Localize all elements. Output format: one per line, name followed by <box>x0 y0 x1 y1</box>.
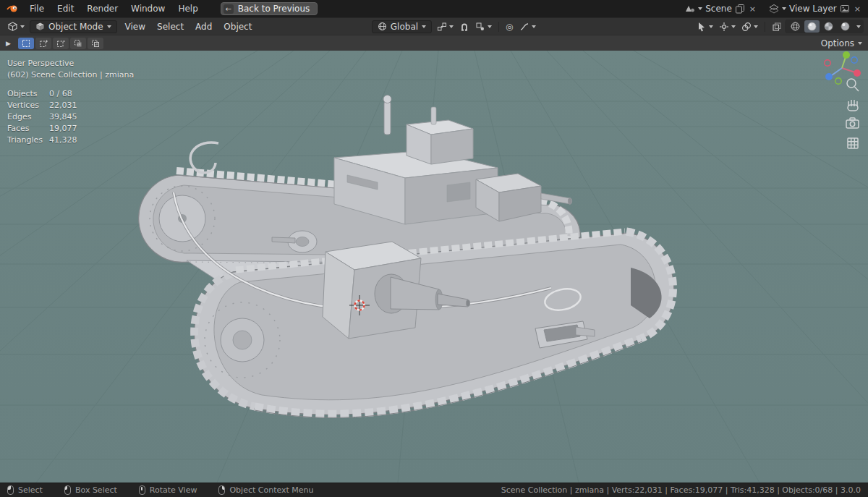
axis-y-handle[interactable] <box>843 51 850 59</box>
scene-name[interactable]: Scene <box>705 4 732 14</box>
select-mode-invert-button[interactable] <box>70 38 86 49</box>
view-layer-name[interactable]: View Layer <box>789 4 837 14</box>
hint-label: Object Context Menu <box>229 485 313 495</box>
object-visibility-dropdown[interactable] <box>694 20 716 33</box>
shading-wireframe-button[interactable] <box>788 20 803 33</box>
navigation-gizmo[interactable] <box>825 51 861 84</box>
editor-type-button[interactable] <box>4 20 27 33</box>
shading-rendered-button[interactable] <box>838 20 853 33</box>
new-scene-icon[interactable] <box>735 4 745 14</box>
stat-label: Edges <box>7 111 49 123</box>
blender-logo-icon[interactable] <box>6 3 20 14</box>
scene-icon[interactable] <box>685 4 695 14</box>
select-mode-intersect-button[interactable] <box>88 38 103 49</box>
select-mode-new-button[interactable] <box>18 38 34 49</box>
axis-z-handle[interactable] <box>825 73 833 80</box>
menu-view[interactable]: View <box>119 22 151 32</box>
tank-turret <box>407 107 473 164</box>
menu-add[interactable]: Add <box>190 22 218 32</box>
pivot-point-dropdown[interactable] <box>434 20 456 33</box>
tool-expand-icon[interactable]: ▶ <box>6 40 11 47</box>
xray-icon <box>772 22 782 32</box>
overlays-icon <box>741 22 752 32</box>
pivot-caret <box>449 25 454 28</box>
blender-window: File Edit Render Window Help ← Back to P… <box>0 0 868 497</box>
object-mode-icon <box>35 22 45 31</box>
shading-mode-group <box>785 20 864 33</box>
menu-window[interactable]: Window <box>124 0 171 17</box>
solid-sphere-icon <box>807 21 817 32</box>
falloff-dropdown[interactable] <box>516 20 539 33</box>
shading-solid-button[interactable] <box>804 20 820 33</box>
transform-orientation-dropdown[interactable]: Global <box>372 20 432 33</box>
material-sphere-icon <box>823 21 834 32</box>
zoom-button[interactable] <box>847 79 859 91</box>
globe-icon <box>378 22 387 31</box>
shading-caret[interactable] <box>856 25 861 28</box>
orientation-label: Global <box>391 22 418 32</box>
select-box-icon <box>22 39 30 48</box>
orientation-caret <box>422 25 426 28</box>
hint-rotate-view: Rotate View <box>139 485 197 495</box>
stat-value: 19,077 <box>49 123 77 135</box>
stat-value: 41,328 <box>49 135 77 146</box>
select-subtract-icon <box>56 39 65 48</box>
scene-info-text: Scene Collection | zmiana | Verts:22,031… <box>501 485 861 495</box>
viewport-header: Object Mode View Select Add Object Globa… <box>0 17 868 35</box>
unlink-scene-icon[interactable]: × <box>748 4 757 14</box>
magnet-icon <box>459 22 469 32</box>
axis-x-handle[interactable] <box>854 69 861 77</box>
snap-target-icon <box>475 22 485 32</box>
proportional-editing-toggle[interactable]: ◎ <box>503 20 516 33</box>
snap-target-dropdown[interactable] <box>472 20 495 33</box>
wireframe-sphere-icon <box>790 21 801 32</box>
tank-model[interactable] <box>139 95 674 418</box>
stat-label: Faces <box>7 123 49 135</box>
show-overlays-toggle[interactable] <box>739 20 761 33</box>
status-bar: Select Box Select Rotate View Object Con… <box>0 483 868 497</box>
menu-render[interactable]: Render <box>80 0 124 17</box>
mode-dropdown[interactable]: Object Mode <box>30 20 117 33</box>
viewport-editor-icon <box>7 21 18 32</box>
hint-box-select: Box Select <box>64 485 117 495</box>
options-button[interactable]: Options <box>821 38 862 48</box>
stat-row-vertices: Vertices 22,031 <box>7 100 134 111</box>
options-caret <box>858 42 862 45</box>
back-button-label: Back to Previous <box>238 4 310 14</box>
select-intersect-icon <box>91 39 100 48</box>
select-mode-subtract-button[interactable] <box>53 38 69 49</box>
mouse-right-icon <box>218 485 225 495</box>
viewport-overlay: User Perspective (602) Scene Collection … <box>7 58 134 146</box>
stat-label: Vertices <box>7 100 49 111</box>
mouse-left-drag-icon <box>64 485 71 495</box>
snap-magnet-toggle[interactable] <box>456 20 472 33</box>
menu-file[interactable]: File <box>23 0 51 17</box>
falloff-caret <box>532 25 536 28</box>
back-to-previous-button[interactable]: ← Back to Previous <box>221 2 318 15</box>
viewport-3d[interactable]: User Perspective (602) Scene Collection … <box>0 51 868 483</box>
toggle-ortho-button[interactable] <box>848 138 858 148</box>
hint-select: Select <box>7 485 43 495</box>
menu-object[interactable]: Object <box>218 22 258 32</box>
scene-dropdown-caret[interactable] <box>698 7 702 10</box>
stat-value: 0 / 68 <box>49 88 72 100</box>
show-gizmo-toggle[interactable] <box>716 20 739 33</box>
new-view-layer-icon[interactable] <box>840 4 850 14</box>
remove-view-layer-icon[interactable]: × <box>853 4 862 14</box>
view-layer-dropdown-caret[interactable] <box>782 7 786 10</box>
xray-toggle[interactable] <box>769 20 785 33</box>
hint-label: Rotate View <box>150 485 197 495</box>
select-mode-extend-button[interactable] <box>35 38 51 49</box>
mode-label: Object Mode <box>48 22 103 32</box>
menu-edit[interactable]: Edit <box>51 0 80 17</box>
stat-row-objects: Objects 0 / 68 <box>7 88 134 100</box>
view-layer-icon[interactable] <box>769 4 779 14</box>
overlays-caret <box>754 25 758 28</box>
shading-material-button[interactable] <box>821 20 836 33</box>
menu-select[interactable]: Select <box>151 22 190 32</box>
tank-mast <box>383 95 391 135</box>
pivot-point-icon <box>437 22 447 32</box>
stat-row-faces: Faces 19,077 <box>7 123 134 135</box>
visibility-caret <box>709 25 713 28</box>
menu-help[interactable]: Help <box>171 0 204 17</box>
